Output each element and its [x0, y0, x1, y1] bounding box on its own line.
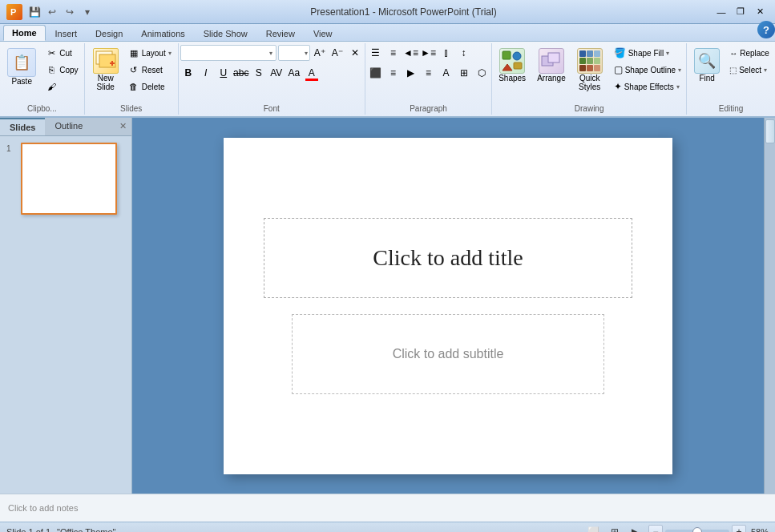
title-bar-left: P 💾 ↩ ↪ ▾ — [6, 4, 95, 20]
zoom-in-button[interactable]: + — [732, 525, 746, 532]
arrange-button[interactable]: Arrange — [532, 45, 571, 86]
tab-slideshow[interactable]: Slide Show — [195, 26, 256, 41]
shadow-button[interactable]: S — [251, 65, 267, 81]
copy-label: Copy — [59, 66, 78, 75]
font-color-button[interactable]: A — [304, 65, 320, 81]
font-size-dropdown[interactable]: ▾ — [278, 45, 310, 61]
text-direction-button[interactable]: A — [438, 65, 454, 81]
drawing-small-buttons: 🪣 Shape Fill ▾ ▢ Shape Outline ▾ ✦ Shape… — [611, 45, 684, 95]
underline-button[interactable]: U — [216, 65, 232, 81]
align-right-button[interactable]: ▶ — [403, 65, 419, 81]
title-placeholder[interactable]: Click to add title — [264, 218, 632, 298]
font-color-indicator — [305, 79, 318, 81]
new-slide-icon — [93, 48, 119, 74]
quick-styles-icon — [577, 48, 603, 74]
help-button[interactable]: ? — [757, 21, 775, 38]
shape-outline-icon: ▢ — [614, 64, 623, 75]
font-size-value — [281, 48, 283, 58]
layout-button[interactable]: ▦ Layout ▾ — [125, 45, 175, 61]
decrease-indent-button[interactable]: ◄≡ — [403, 45, 419, 61]
notes-area[interactable]: Click to add notes — [0, 494, 775, 522]
shape-effects-arrow: ▾ — [676, 83, 680, 91]
align-text-button[interactable]: ⊞ — [456, 65, 472, 81]
zoom-out-button[interactable]: − — [648, 525, 663, 532]
bullets-button[interactable]: ☰ — [368, 45, 384, 61]
minimize-button[interactable]: — — [712, 5, 730, 19]
shape-fill-label: Shape Fill — [628, 49, 664, 58]
shapes-button[interactable]: Shapes — [494, 45, 531, 86]
redo-button[interactable]: ↪ — [63, 5, 77, 19]
columns-button[interactable]: ⫿ — [438, 45, 454, 61]
slide-preview-1[interactable] — [21, 143, 117, 215]
tab-insert[interactable]: Insert — [46, 26, 87, 41]
italic-button[interactable]: I — [198, 65, 214, 81]
save-button[interactable]: 💾 — [27, 5, 42, 19]
format-painter-icon: 🖌 — [46, 81, 57, 92]
align-center-button[interactable]: ≡ — [385, 65, 402, 81]
slides-tab[interactable]: Slides — [0, 118, 45, 135]
tab-home[interactable]: Home — [3, 25, 46, 41]
font-name-dropdown[interactable]: ▾ — [180, 45, 276, 61]
shape-outline-button[interactable]: ▢ Shape Outline ▾ — [611, 62, 684, 78]
customize-button[interactable]: ▾ — [80, 5, 95, 19]
restore-button[interactable]: ❐ — [732, 5, 749, 19]
character-spacing-button[interactable]: AV — [268, 65, 285, 81]
select-label: Select — [739, 66, 761, 75]
panel-close-button[interactable]: ✕ — [115, 118, 131, 135]
copy-button[interactable]: ⎘ Copy — [42, 62, 81, 78]
slide-canvas[interactable]: Click to add title Click to add subtitle — [224, 138, 672, 474]
convert-to-smartart-button[interactable]: ⬡ — [474, 65, 490, 81]
undo-button[interactable]: ↩ — [45, 5, 59, 19]
paste-icon: 📋 — [7, 48, 36, 77]
replace-icon: ↔ — [729, 49, 737, 58]
close-button[interactable]: ✕ — [751, 5, 769, 19]
replace-button[interactable]: ↔ Replace — [726, 45, 773, 61]
justify-button[interactable]: ≡ — [421, 65, 437, 81]
shape-effects-button[interactable]: ✦ Shape Effects ▾ — [611, 79, 684, 95]
clear-formatting-button[interactable]: ✕ — [347, 45, 363, 61]
zoom-control: − + 58% — [648, 525, 769, 532]
bold-button[interactable]: B — [180, 65, 196, 81]
shapes-icon — [499, 48, 525, 74]
outline-tab[interactable]: Outline — [45, 118, 92, 135]
find-button[interactable]: 🔍 Find — [689, 45, 725, 86]
main-scrollbar[interactable] — [764, 118, 775, 494]
delete-button[interactable]: 🗑 Delete — [125, 79, 175, 95]
new-slide-button[interactable]: NewSlide — [88, 45, 123, 95]
tab-design[interactable]: Design — [87, 26, 131, 41]
change-case-button[interactable]: Aa — [286, 65, 302, 81]
select-button[interactable]: ⬚ Select ▾ — [726, 62, 773, 78]
subtitle-placeholder[interactable]: Click to add subtitle — [292, 314, 604, 394]
quick-styles-button[interactable]: QuickStyles — [572, 45, 607, 95]
reset-button[interactable]: ↺ Reset — [125, 62, 175, 78]
paste-button[interactable]: 📋 Paste — [2, 45, 41, 89]
increase-indent-button[interactable]: ►≡ — [421, 45, 437, 61]
svg-rect-17 — [594, 58, 600, 64]
slide-info: Slide 1 of 1 — [6, 527, 50, 532]
decrease-font-button[interactable]: A⁻ — [329, 45, 345, 61]
line-spacing-button[interactable]: ↕ — [456, 45, 472, 61]
normal-view-button[interactable]: ⬜ — [586, 525, 602, 532]
tab-animations[interactable]: Animations — [132, 26, 193, 41]
tab-view[interactable]: View — [305, 26, 341, 41]
cut-button[interactable]: ✂ Cut — [42, 45, 81, 61]
font-group-label: Font — [264, 104, 280, 113]
ribbon: 📋 Paste ✂ Cut ⎘ Copy 🖌 Clipbo... — [0, 42, 775, 118]
slideshow-button[interactable]: ▶ — [628, 525, 644, 532]
format-painter-button[interactable]: 🖌 — [42, 79, 81, 95]
shape-effects-label: Shape Effects — [624, 83, 674, 91]
shape-fill-arrow: ▾ — [666, 50, 669, 57]
shape-fill-button[interactable]: 🪣 Shape Fill ▾ — [611, 45, 684, 61]
align-left-button[interactable]: ⬛ — [368, 65, 384, 81]
find-label: Find — [699, 74, 714, 83]
quick-styles-label: QuickStyles — [579, 74, 600, 91]
strikethrough-button[interactable]: abc — [233, 65, 249, 81]
main-slide-area: Click to add title Click to add subtitle — [132, 118, 764, 494]
tab-review[interactable]: Review — [257, 26, 304, 41]
arrange-icon — [539, 48, 564, 74]
copy-icon: ⎘ — [46, 64, 57, 75]
slide-sorter-button[interactable]: ⊞ — [607, 525, 623, 532]
slides-small-buttons: ▦ Layout ▾ ↺ Reset 🗑 Delete — [125, 45, 175, 95]
increase-font-button[interactable]: A⁺ — [312, 45, 328, 61]
numbering-button[interactable]: ≡ — [385, 45, 402, 61]
